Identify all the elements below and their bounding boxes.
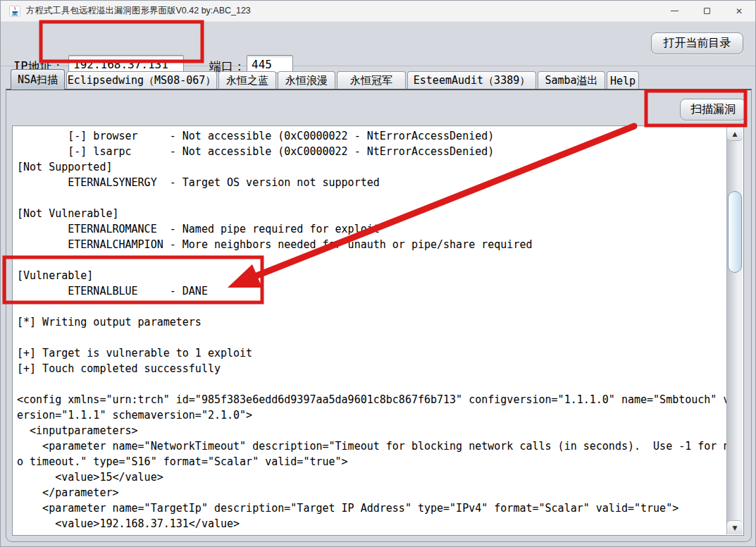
minimize-button[interactable]	[658, 1, 690, 21]
scroll-up-icon[interactable]: ▲	[727, 127, 743, 141]
tab-nsa-scan[interactable]: NSA扫描	[11, 69, 65, 90]
scrollbar-thumb[interactable]	[728, 191, 742, 273]
tab-eternalchampion[interactable]: 永恒冠军	[337, 71, 406, 90]
scroll-down-icon[interactable]: ▼	[727, 520, 743, 534]
minimize-icon	[671, 11, 678, 11]
vertical-scrollbar[interactable]: ▲ ▼	[726, 127, 743, 534]
tab-eternalromance[interactable]: 永恒浪漫	[278, 71, 335, 90]
maximize-icon	[704, 8, 710, 14]
maximize-button[interactable]	[690, 1, 723, 21]
tab-bar: NSA扫描 Eclipsedwing（MS08-067） 永恒之蓝 永恒浪漫 永…	[11, 67, 750, 90]
tab-help[interactable]: Help	[607, 71, 639, 90]
console-scrollpane: [-] browser - Not accessible (0xC0000022…	[12, 125, 744, 536]
close-button[interactable]: ✕	[723, 1, 755, 21]
open-current-directory-button[interactable]: 打开当前目录	[651, 32, 743, 54]
close-icon: ✕	[736, 7, 743, 16]
console-output[interactable]: [-] browser - Not accessible (0xC0000022…	[13, 127, 726, 534]
tab-samba-overflow[interactable]: Samba溢出	[538, 71, 605, 90]
window-controls: ✕	[658, 1, 755, 21]
tab-eternalblue[interactable]: 永恒之蓝	[218, 71, 276, 90]
tab-content-panel: 扫描漏洞 [-] browser - Not accessible (0xC00…	[6, 89, 752, 542]
tab-eclipsedwing[interactable]: Eclipsedwing（MS08-067）	[66, 71, 217, 90]
toolbar: IP地址： 端口： 打开当前目录	[1, 22, 755, 66]
scan-vulnerability-button[interactable]: 扫描漏洞	[680, 99, 746, 121]
window-title: 方程式工具包远程溢出漏洞图形界面版V0.42 by:ABC_123	[26, 5, 251, 17]
java-app-icon	[9, 6, 20, 17]
app-window: 方程式工具包远程溢出漏洞图形界面版V0.42 by:ABC_123 ✕ IP地址…	[0, 0, 756, 547]
titlebar: 方程式工具包远程溢出漏洞图形界面版V0.42 by:ABC_123 ✕	[1, 1, 755, 22]
tab-esteemaudit[interactable]: EsteemAudit（3389）	[407, 71, 536, 90]
